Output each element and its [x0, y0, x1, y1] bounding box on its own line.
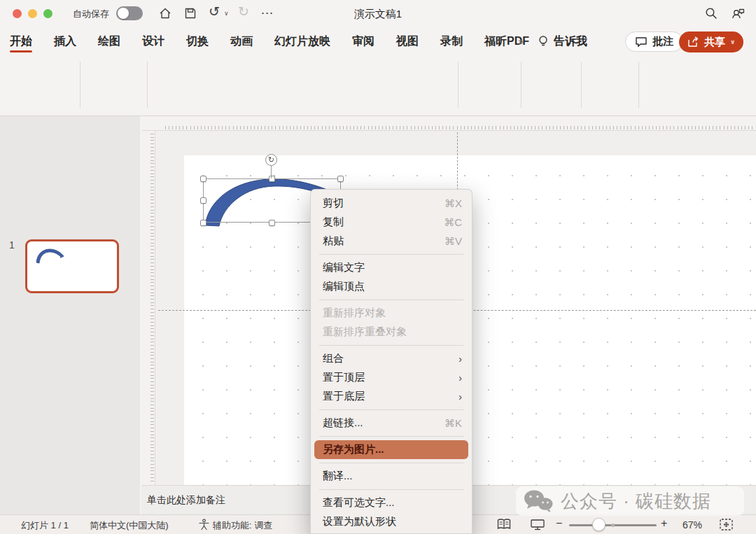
ruler-number: [143, 405, 150, 413]
ruler-number: [143, 309, 150, 318]
resize-handle-ne[interactable]: [337, 176, 344, 182]
tab-overflow-icon[interactable]: »: [518, 35, 524, 47]
presence-icon[interactable]: [731, 6, 746, 20]
tellme-button[interactable]: 告诉我: [538, 27, 587, 56]
context-menu: 剪切 ⌘X 复制 ⌘C 粘贴 ⌘V 编辑文字 编辑顶点: [310, 189, 472, 534]
context-menu-item[interactable]: 超链接... ⌘K: [311, 414, 472, 433]
context-menu-item[interactable]: 重新排序重叠对象: [311, 323, 472, 342]
ribbon-tab[interactable]: 设计: [142, 27, 164, 56]
context-menu-item[interactable]: [311, 251, 472, 258]
ribbon-divider: [638, 62, 639, 108]
context-menu-item[interactable]: [311, 459, 472, 467]
accessibility-icon[interactable]: [198, 519, 210, 531]
ruler-number: [143, 420, 150, 428]
context-menu-item[interactable]: 置于顶层 ›: [311, 368, 472, 387]
ribbon-tab[interactable]: 动画: [230, 27, 253, 56]
ribbon-tab[interactable]: 视图: [396, 27, 419, 56]
slideshow-view-icon[interactable]: [531, 519, 545, 531]
ribbon-tab[interactable]: 审阅: [352, 27, 374, 56]
notes-placeholder: 单击此处添加备注: [147, 494, 225, 507]
rotation-handle-icon[interactable]: ↻: [265, 154, 277, 166]
ribbon-divider: [458, 62, 458, 108]
slide-thumbnail[interactable]: [25, 239, 119, 293]
resize-handle-sw[interactable]: [200, 220, 206, 226]
language-indicator[interactable]: 简体中文(中国大陆): [90, 519, 169, 532]
watermark: 公众号 · 碳硅数据: [516, 486, 744, 516]
ruler-number: [143, 452, 150, 461]
context-menu-item[interactable]: [311, 342, 472, 349]
context-menu-item[interactable]: 查看可选文字...: [311, 493, 472, 512]
context-menu-item[interactable]: 重新排序对象: [311, 304, 472, 323]
zoom-slider-thumb[interactable]: [592, 518, 606, 531]
rotation-stem: [271, 166, 272, 178]
submenu-chevron-icon: ›: [458, 353, 462, 365]
wechat-icon: [523, 489, 554, 513]
submenu-chevron-icon: ›: [458, 391, 462, 402]
context-menu-item[interactable]: 剪切 ⌘X: [311, 194, 472, 213]
ruler-number: [143, 373, 150, 381]
vertical-ruler[interactable]: [141, 131, 155, 485]
context-menu-item[interactable]: 组合 ›: [311, 349, 472, 368]
lightbulb-icon: [538, 34, 549, 48]
ruler-number: [143, 436, 150, 444]
ruler-number: [143, 341, 150, 349]
context-menu-item[interactable]: 复制 ⌘C: [311, 213, 472, 232]
context-menu-item[interactable]: 粘贴 ⌘V: [311, 232, 472, 251]
shortcut-label: ⌘C: [444, 216, 462, 229]
share-button[interactable]: 共享 ∨: [679, 31, 743, 52]
title-bar: 自动保存 ↺ ∨ ↻ … 演示文稿1: [0, 0, 756, 27]
accessibility-status[interactable]: 辅助功能: 调查: [213, 519, 272, 532]
ruler-number: [143, 325, 150, 334]
ribbon-toolbar: ∨ 粘贴 ✂ ∨ ∨ 幻灯片 等线 (正文)∨ 18∨ A^ A∨ A◈ BIU…: [0, 56, 756, 116]
horizontal-ruler[interactable]: [141, 116, 756, 131]
slide-number: 1: [9, 239, 15, 251]
share-icon: [687, 36, 699, 48]
context-menu-item[interactable]: 置于底层 ›: [311, 387, 472, 406]
ribbon-divider: [581, 62, 582, 108]
zoom-out-button[interactable]: −: [556, 517, 562, 530]
ruler-number: [143, 294, 150, 302]
ruler-number: [143, 468, 150, 476]
context-menu-item[interactable]: 编辑顶点: [311, 277, 472, 296]
ribbon-tab[interactable]: 开始: [10, 27, 32, 56]
share-chevron-icon: ∨: [730, 38, 735, 45]
comment-bubble-icon: [635, 36, 648, 48]
reading-view-icon[interactable]: [497, 519, 511, 530]
search-icon[interactable]: [704, 6, 718, 20]
thumbnail-arc-shape: [34, 247, 66, 265]
context-menu-item[interactable]: [311, 406, 472, 414]
resize-handle-s[interactable]: [269, 220, 275, 226]
ribbon-divider: [80, 62, 80, 108]
resize-handle-w[interactable]: [200, 197, 206, 204]
slide-indicator[interactable]: 幻灯片 1 / 1: [21, 519, 69, 532]
ribbon-tab[interactable]: 插入: [54, 27, 76, 56]
resize-handle-nw[interactable]: [200, 176, 206, 182]
shortcut-label: ⌘X: [444, 197, 462, 210]
shortcut-label: ⌘V: [444, 235, 462, 248]
context-menu-item[interactable]: [311, 433, 472, 440]
ribbon-tab[interactable]: 幻灯片放映: [274, 27, 330, 56]
zoom-in-button[interactable]: +: [661, 517, 667, 530]
ribbon-tab-bar: 开始插入绘图设计切换动画幻灯片放映审阅视图录制福昕PDF » 告诉我 批注 共享…: [0, 27, 756, 56]
context-menu-item[interactable]: 另存为图片...: [314, 440, 468, 459]
ribbon-tab[interactable]: 录制: [440, 27, 463, 56]
context-menu-item[interactable]: 翻译...: [311, 467, 472, 486]
ribbon-tab[interactable]: 切换: [186, 27, 209, 56]
submenu-chevron-icon: ›: [458, 372, 462, 384]
fit-to-window-icon[interactable]: [720, 519, 733, 531]
ruler-number: [143, 388, 150, 397]
shortcut-label: ⌘K: [444, 417, 462, 430]
context-menu-item[interactable]: [311, 296, 472, 304]
ribbon-divider: [521, 62, 522, 108]
zoom-percent[interactable]: 67%: [682, 519, 702, 531]
slide-thumbnail-panel: 1: [0, 116, 140, 514]
context-menu-item[interactable]: 编辑文字: [311, 258, 472, 277]
resize-handle-n[interactable]: [269, 176, 275, 182]
window-title: 演示文稿1: [0, 8, 756, 21]
watermark-text: 公众号 · 碳硅数据: [561, 489, 711, 514]
ribbon-tab[interactable]: 绘图: [98, 27, 120, 56]
context-menu-item[interactable]: [311, 486, 472, 493]
context-menu-item[interactable]: 设置为默认形状: [311, 512, 472, 531]
comments-button[interactable]: 批注: [625, 31, 683, 52]
zoom-default-dot: [611, 524, 615, 527]
